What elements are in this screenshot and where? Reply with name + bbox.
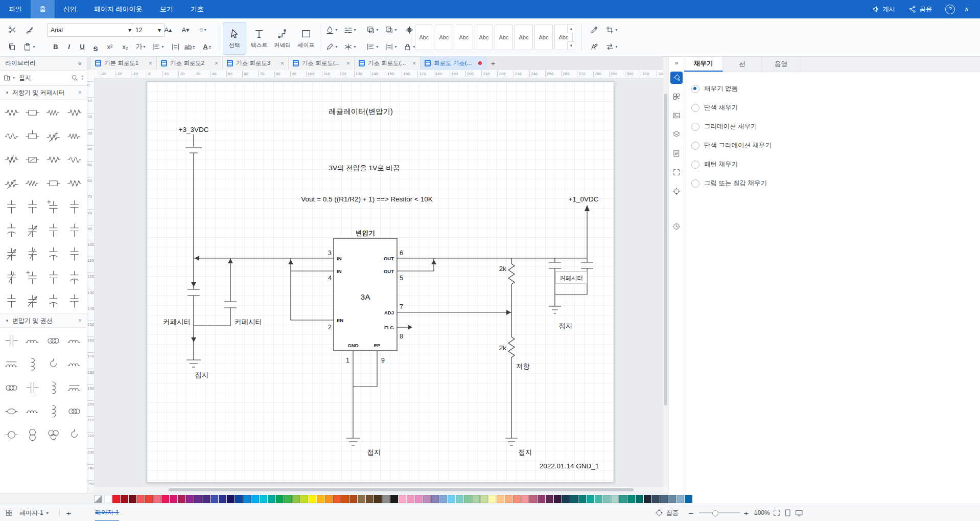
color-swatch[interactable]	[186, 495, 194, 503]
library-symbol-circ-v[interactable]	[22, 423, 43, 446]
ground3-label[interactable]: 접지	[519, 448, 532, 456]
color-swatch[interactable]	[104, 495, 112, 503]
library-symbol-res-zz-d[interactable]	[22, 171, 43, 195]
color-swatch[interactable]	[325, 495, 333, 503]
library-symbol-cap-arr[interactable]	[22, 289, 43, 312]
color-swatch[interactable]	[374, 495, 382, 503]
library-symbol-bead[interactable]	[1, 399, 22, 423]
color-swatch[interactable]	[611, 495, 619, 503]
zoom-in-button[interactable]: +	[744, 504, 749, 521]
library-symbol-cap-v[interactable]	[1, 195, 22, 218]
close-tab-icon[interactable]: ×	[412, 60, 416, 67]
font-size-select[interactable]: 12▾	[132, 23, 165, 37]
color-swatch[interactable]	[300, 495, 308, 503]
color-swatch[interactable]	[366, 495, 374, 503]
zoom-level[interactable]: 100%	[754, 504, 770, 521]
add-page-button[interactable]: +	[66, 504, 71, 521]
color-swatch[interactable]	[636, 495, 643, 503]
color-swatch[interactable]	[137, 495, 145, 503]
panel-tab-채우기[interactable]: 채우기	[684, 56, 723, 72]
fill-option[interactable]: 그라데이션 채우기	[691, 117, 980, 136]
color-swatch[interactable]	[284, 495, 292, 503]
document-tab[interactable]: 회로도 기초(...	[421, 56, 486, 70]
color-swatch[interactable]	[145, 495, 153, 503]
color-swatch[interactable]	[194, 495, 202, 503]
color-swatch[interactable]	[333, 495, 341, 503]
color-swatch[interactable]	[521, 495, 529, 503]
color-swatch[interactable]	[407, 495, 414, 503]
radio-icon[interactable]	[691, 123, 699, 131]
capacitor2-label[interactable]: 커페시터	[235, 318, 262, 326]
fit-page-button[interactable]	[773, 504, 781, 521]
list-button[interactable]	[169, 40, 182, 53]
color-swatch[interactable]	[660, 495, 668, 503]
color-swatch[interactable]	[202, 495, 210, 503]
library-symbol-cap-pol[interactable]	[43, 289, 64, 312]
color-swatch[interactable]	[276, 495, 284, 503]
ic-part-number[interactable]: 3A	[361, 292, 371, 301]
increase-font-button[interactable]: A▴	[161, 23, 175, 36]
font-style-copy-button[interactable]	[588, 40, 601, 53]
color-swatch[interactable]	[595, 495, 602, 503]
library-section-header-transformers[interactable]: ▼ 변압기 및 권선 ×	[0, 313, 87, 328]
radio-icon[interactable]	[691, 161, 699, 169]
color-swatch[interactable]	[382, 495, 390, 503]
library-symbol-coil[interactable]	[22, 399, 43, 423]
cut-button[interactable]	[5, 23, 18, 36]
ground4-label[interactable]: 접지	[559, 322, 573, 330]
library-symbol-cap-dash[interactable]	[22, 195, 43, 218]
library-symbol-res-tap[interactable]	[22, 124, 43, 148]
share-button[interactable]: 공유	[908, 5, 932, 14]
style-gallery-item[interactable]: Abc	[534, 25, 553, 50]
color-swatch[interactable]	[505, 495, 512, 503]
font-family-select[interactable]: Arial▾	[47, 23, 135, 37]
color-swatch[interactable]	[390, 495, 398, 503]
circuit-diagram[interactable]: 레귤레이터(변압기) +3_3VDC 3V의 전압을 1V로 바꿈 Vout =…	[147, 82, 614, 482]
horizontal-scrollbar[interactable]	[94, 487, 663, 493]
library-symbol-cap-arr[interactable]	[1, 242, 22, 265]
document-tab[interactable]: 기초 회로도3×	[223, 56, 289, 70]
color-swatch[interactable]	[235, 495, 243, 503]
pattern-panel-button[interactable]	[670, 90, 683, 103]
close-tab-icon[interactable]: ×	[215, 60, 218, 67]
send-to-back-button[interactable]: ▾	[384, 23, 398, 36]
color-swatch[interactable]	[668, 495, 676, 503]
library-scroll-down-icon[interactable]: ▼	[81, 78, 84, 81]
close-tab-icon[interactable]: ×	[281, 60, 284, 67]
drawing-canvas[interactable]: 레귤레이터(변압기) +3_3VDC 3V의 전압을 1V로 바꿈 Vout =…	[94, 78, 663, 487]
note-panel-button[interactable]	[670, 147, 683, 160]
style-gallery-item[interactable]: Abc	[495, 25, 513, 50]
line-style-button[interactable]: ▾	[343, 23, 357, 36]
library-set-dropdown-icon[interactable]: ▾	[13, 76, 15, 80]
color-swatch[interactable]	[399, 495, 406, 503]
gallery-up-icon[interactable]: ▲	[567, 25, 575, 33]
menu-item-view[interactable]: 보기	[151, 0, 182, 18]
close-section-icon[interactable]: ×	[78, 89, 82, 96]
color-swatch[interactable]	[652, 495, 660, 503]
color-swatch[interactable]	[317, 495, 324, 503]
library-symbol-res-box-s[interactable]	[22, 148, 43, 171]
style-gallery-item[interactable]: Abc	[515, 25, 533, 50]
color-swatch[interactable]	[619, 495, 627, 503]
page-grid-button[interactable]	[5, 504, 13, 521]
library-symbol-coil[interactable]	[64, 329, 85, 352]
menu-item-file[interactable]: 파일	[0, 0, 31, 18]
menu-item-page-layout[interactable]: 페이지 레이아웃	[85, 0, 151, 18]
superscript-button[interactable]: x²	[103, 40, 116, 53]
help-icon[interactable]: ?	[945, 5, 955, 14]
close-tab-icon[interactable]: ×	[346, 60, 350, 67]
color-swatch[interactable]	[415, 495, 423, 503]
bring-to-front-button[interactable]: ▾	[366, 23, 379, 36]
color-swatch[interactable]	[570, 495, 578, 503]
library-symbol-pair-bars[interactable]	[22, 376, 43, 399]
color-swatch[interactable]	[587, 495, 594, 503]
capacitor3-label[interactable]: 커페시터	[559, 275, 583, 281]
color-swatch[interactable]	[251, 495, 259, 503]
close-tab-icon[interactable]: ×	[149, 60, 152, 67]
library-symbol-coil-loop[interactable]	[43, 329, 64, 352]
fill-option[interactable]: 그림 또는 질감 채우기	[691, 174, 980, 193]
color-swatch[interactable]	[227, 495, 235, 503]
library-symbol-res-zz[interactable]	[43, 148, 64, 171]
library-section-header-resistors[interactable]: ▼ 저항기 및 커패시터 ×	[0, 85, 87, 100]
gallery-down-icon[interactable]: ▼	[567, 41, 575, 50]
